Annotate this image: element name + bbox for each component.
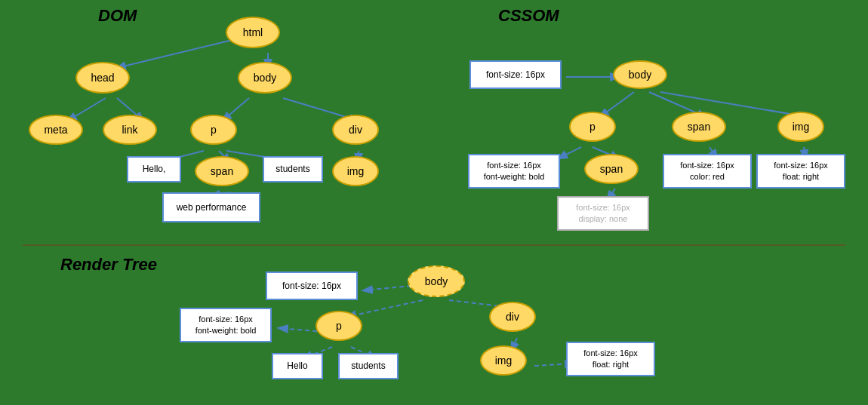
dom-img-node: img	[332, 156, 379, 186]
cssom-fontbody-node: font-size: 16px	[469, 60, 562, 89]
dom-title: DOM	[98, 6, 137, 26]
rt-div-node: div	[489, 302, 536, 332]
cssom-pfont-node: font-size: 16px font-weight: bold	[468, 154, 560, 189]
svg-line-0	[117, 38, 242, 68]
dom-head-node: head	[75, 62, 130, 94]
rt-body-node: body	[408, 265, 465, 297]
dom-span-node: span	[195, 156, 249, 186]
svg-line-12	[600, 92, 634, 117]
rendertree-title: Render Tree	[60, 255, 157, 275]
dom-webperf-node: web performance	[162, 192, 260, 222]
cssom-spanfont-node: font-size: 16px color: red	[663, 154, 752, 189]
cssom-span2-node: span	[584, 154, 639, 184]
rt-fontsize-node: font-size: 16px	[266, 272, 358, 300]
dom-link-node: link	[103, 115, 157, 145]
svg-line-2	[68, 98, 106, 121]
dom-p-node: p	[190, 115, 237, 145]
cssom-span-node: span	[672, 112, 726, 142]
rt-hello-node: Hello	[272, 353, 323, 379]
rt-img-node: img	[480, 345, 527, 376]
cssom-img-node: img	[777, 112, 824, 142]
cssom-body-node: body	[613, 60, 667, 89]
cssom-imgfont-node: font-size: 16px float: right	[756, 154, 845, 189]
dom-meta-node: meta	[29, 115, 83, 145]
svg-line-14	[660, 92, 808, 117]
dom-div-node: div	[332, 115, 379, 145]
cssom-spandisplay-node: font-size: 16px display: none	[557, 196, 649, 231]
dom-hello-node: Hello,	[127, 156, 181, 183]
dom-body-node: body	[238, 62, 292, 94]
svg-line-22	[347, 300, 423, 317]
svg-line-15	[559, 147, 581, 158]
rt-students-node: students	[338, 353, 399, 379]
rt-imgfont-node: font-size: 16px float: right	[566, 342, 655, 376]
cssom-title: CSSOM	[498, 6, 559, 26]
cssom-p-node: p	[569, 112, 616, 142]
dom-students-node: students	[263, 156, 323, 183]
rt-p-node: p	[315, 311, 362, 341]
dom-html-node: html	[226, 17, 280, 48]
rt-pfont-node: font-size: 16px font-weight: bold	[180, 308, 272, 342]
